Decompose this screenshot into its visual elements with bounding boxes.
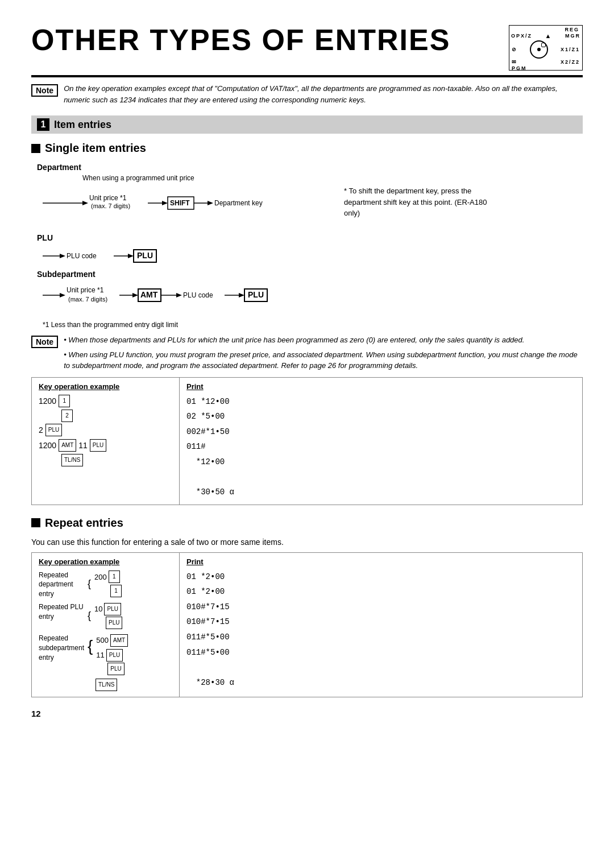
svg-marker-12	[60, 254, 65, 258]
brace-plu: {	[88, 601, 91, 630]
brace-subdept: {	[88, 633, 93, 660]
note2-box: Note • When those departments and PLUs f…	[31, 334, 583, 371]
subdept-flow-svg: Unit price *1 (max. 7 digits) AMT PLU co…	[37, 281, 321, 315]
dept-diagram-left: When using a programmed unit price Unit …	[37, 174, 321, 229]
note1-label: Note	[31, 84, 58, 97]
ko-right-panel: Print 01 *12•00 02 *5•00 002#*1•50 011# …	[180, 378, 582, 505]
ko-entries: 1200 1 2 2 PLU 1200 AMT 11 PLU TL/NS	[39, 394, 172, 467]
repeat-intro: You can use this function for entering a…	[31, 538, 583, 547]
repeat-dept-label: Repeateddepartment entry	[39, 569, 84, 599]
ko2-header-right: Print	[186, 557, 575, 566]
svg-text:Department key: Department key	[214, 199, 263, 207]
plu-section: PLU PLU code PLU	[37, 233, 583, 267]
svg-marker-30	[239, 293, 244, 297]
page-number: 12	[31, 709, 583, 718]
section1-header: 1 Item entries	[31, 115, 583, 134]
subdept-section: Subdepartment Unit price *1 (max. 7 digi…	[37, 270, 583, 315]
note2-label: Note	[31, 336, 58, 348]
svg-marker-19	[60, 293, 65, 297]
entry-row-4: 1200 AMT 11 PLU	[39, 439, 172, 453]
department-diagram: Department When using a programmed unit …	[37, 163, 583, 315]
svg-text:AMT: AMT	[140, 290, 158, 299]
svg-text:(max. 7 digits): (max. 7 digits)	[68, 296, 107, 303]
repeat-plu-group: Repeated PLUentry { 10 PLU PLU	[39, 601, 172, 630]
svg-text:PLU: PLU	[137, 251, 153, 260]
title-text: OTHER TYPES OF ENTRIES	[31, 23, 450, 57]
entry-row-1: 1200 1	[39, 394, 172, 408]
black-square-icon	[31, 144, 40, 153]
svg-marker-5	[162, 201, 168, 205]
unit-price-note: When using a programmed unit price	[82, 174, 321, 182]
svg-text:Unit price *1: Unit price *1	[67, 286, 104, 294]
section1-number: 1	[37, 118, 49, 131]
ko-print: 01 *12•00 02 *5•00 002#*1•50 011# *12•00…	[186, 394, 575, 500]
svg-text:PLU: PLU	[248, 290, 264, 299]
svg-text:PLU code: PLU code	[183, 291, 213, 299]
subsection1-title: Single item entries	[31, 142, 583, 155]
ko2-print: 01 *2•00 01 *2•00 010#*7•15 010#*7•15 01…	[186, 569, 575, 691]
dial-diagram: REG OPX/Z ▲ MGR ⊘ X1/Z1 ✉ X2/Z2 PGM	[509, 25, 583, 71]
svg-text:(max. 7 digits): (max. 7 digits)	[91, 202, 130, 209]
svg-text:PLU code: PLU code	[67, 252, 97, 260]
repeat-dept-group: Repeateddepartment entry { 200 1 1	[39, 569, 172, 599]
ko2-right-panel: Print 01 *2•00 01 *2•00 010#*7•15 010#*7…	[180, 553, 582, 697]
page-title: OTHER TYPES OF ENTRIES REG OPX/Z ▲ MGR ⊘…	[31, 23, 583, 77]
svg-text:Unit price *1: Unit price *1	[89, 194, 127, 202]
note1-box: Note On the key operation examples excep…	[31, 83, 583, 105]
svg-marker-9	[208, 201, 213, 205]
ko-example2-table: Key operation example Repeateddepartment…	[31, 552, 583, 698]
svg-marker-23	[132, 293, 138, 297]
subdept-label: Subdepartment	[37, 270, 583, 279]
entry-row-5: TL/NS	[61, 454, 172, 466]
brace-dept: {	[88, 569, 91, 598]
subdept-keys: 500 AMT 11 PLU PLU	[96, 633, 128, 676]
repeat-plu-label: Repeated PLUentry	[39, 601, 84, 622]
dept-keys: 200 1 1	[94, 569, 122, 598]
svg-text:SHIFT: SHIFT	[170, 199, 190, 207]
subsection2-title: Repeat entries	[31, 516, 583, 530]
svg-marker-1	[82, 201, 88, 205]
dept-diagram-right: * To shift the department key, press the…	[344, 174, 492, 229]
ko2-left-panel: Key operation example Repeateddepartment…	[32, 553, 180, 697]
note2-bullet1: • When those departments and PLUs for wh…	[64, 334, 583, 346]
ko-left-panel: Key operation example 1200 1 2 2 PLU 120…	[32, 378, 180, 505]
ko-header-left: Key operation example	[39, 382, 172, 391]
plu-label: PLU	[37, 233, 583, 242]
entry-row-2: 2	[61, 410, 172, 422]
ko2-header-left: Key operation example	[39, 557, 172, 566]
black-square-icon-2	[31, 518, 40, 527]
tlns-row: TL/NS	[96, 679, 172, 691]
ko-header-right: Print	[186, 382, 575, 391]
footnote1: *1 Less than the programmed entry digit …	[43, 321, 583, 329]
dept-label: Department	[37, 163, 583, 172]
repeat-subdept-label: Repeatedsubdepartmententry	[39, 633, 84, 662]
repeat-subdept-group: Repeatedsubdepartmententry { 500 AMT 11 …	[39, 633, 172, 676]
section1-title: Item entries	[54, 119, 111, 131]
dept-flow-svg: Unit price *1 (max. 7 digits) SHIFT Depa…	[37, 183, 310, 229]
ko-example1-table: Key operation example 1200 1 2 2 PLU 120…	[31, 377, 583, 505]
note2-content: • When those departments and PLUs for wh…	[64, 334, 583, 371]
svg-marker-15	[128, 254, 134, 258]
ko2-entries: Repeateddepartment entry { 200 1 1 Repea…	[39, 569, 172, 692]
svg-marker-27	[176, 293, 182, 297]
plu-keys: 10 PLU PLU	[94, 601, 122, 630]
plu-flow-svg: PLU code PLU	[37, 245, 208, 267]
note2-bullet2: • When using PLU function, you must prog…	[64, 349, 583, 371]
note1-text: On the key operation examples except tha…	[64, 83, 583, 105]
entry-row-3: 2 PLU	[39, 423, 172, 437]
